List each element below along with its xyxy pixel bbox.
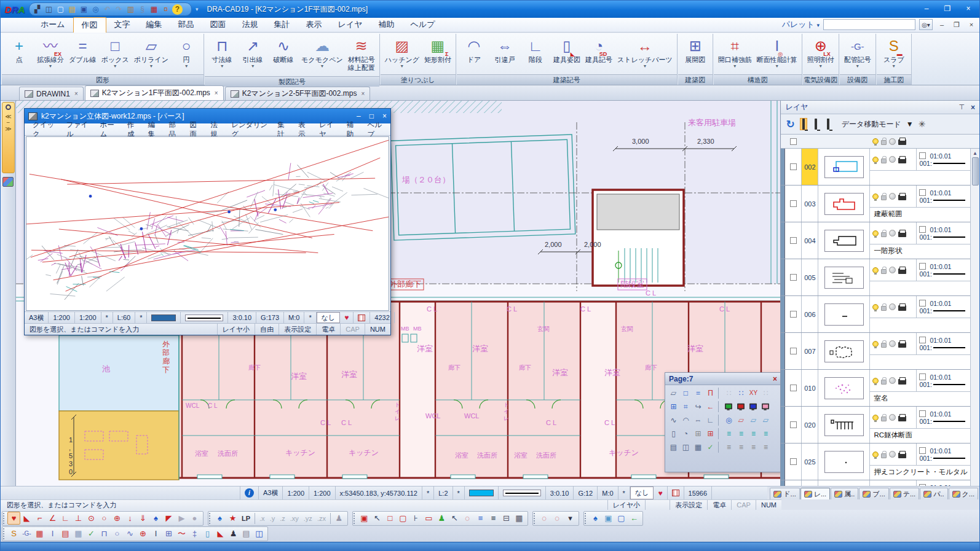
dim2-icon[interactable]: ⊓	[98, 527, 111, 540]
menu-部品[interactable]: 部品	[170, 17, 202, 33]
print-icon[interactable]	[898, 342, 906, 348]
lines-dark-icon[interactable]: ≡	[487, 512, 500, 525]
maximize-button[interactable]: ❐	[939, 2, 956, 15]
globe-icon[interactable]	[889, 340, 896, 347]
palette-tool-icon-4-8[interactable]: ≡	[760, 441, 772, 453]
palette-tool-icon-0-5[interactable]: ∷	[723, 387, 735, 399]
layer-thumbnail[interactable]	[824, 156, 864, 178]
tool-照明割付[interactable]: ⊕LX照明割付▼	[805, 35, 836, 74]
layer-row-025[interactable]: 02501:0.01001:押えコンクリート・モルタル	[781, 444, 979, 480]
layer-thumbnail[interactable]	[824, 230, 864, 252]
scroll-up-icon[interactable]: ▲	[973, 149, 978, 157]
visibility-bulb-icon[interactable]	[872, 157, 879, 163]
visibility-bulb-icon[interactable]	[872, 451, 879, 458]
fw-cmd-自由[interactable]: 自由	[255, 324, 279, 335]
zone-node-icon[interactable]: ♠	[589, 512, 602, 525]
lock-icon[interactable]	[881, 140, 887, 145]
palette-tool-icon-0-3[interactable]: Π	[705, 387, 716, 399]
axis-button-.zx[interactable]: .zx	[315, 515, 328, 522]
cmd-NUM[interactable]: NUM	[756, 500, 781, 510]
layer-checkbox[interactable]	[790, 311, 797, 318]
layer-number[interactable]: 025	[801, 444, 818, 480]
palette-tab-パ..[interactable]: パ..	[920, 488, 947, 499]
select-cursor-icon[interactable]: ↖	[371, 512, 384, 525]
redo-icon[interactable]: ↷	[114, 4, 124, 15]
palette-tool-icon-3-7[interactable]: ≡	[748, 428, 759, 439]
snap-cross-icon[interactable]: ⊕	[111, 512, 124, 525]
refresh-icon[interactable]: ↻	[786, 118, 794, 131]
menu-補助[interactable]: 補助	[371, 17, 403, 33]
fw-cmd-レイヤ小[interactable]: レイヤ小	[217, 324, 255, 335]
palette-tool-icon-1-2[interactable]: ↪	[692, 401, 704, 412]
command-search-button[interactable]: ◎▾	[919, 19, 933, 30]
snap-flag-icon[interactable]: ◤	[162, 512, 175, 525]
lattice-icon[interactable]: ‡	[188, 527, 201, 540]
toolbar-drag-handle[interactable]	[3, 528, 6, 539]
globe-icon[interactable]	[889, 138, 896, 145]
tool-ダブル線[interactable]: =ダブル線	[67, 35, 98, 74]
tool-建具記号[interactable]: ◔SD建具記号	[583, 35, 614, 74]
layer-number[interactable]: 007	[801, 333, 818, 369]
layer-number[interactable]: 002	[801, 149, 818, 185]
perspective-window[interactable]: k2マンション立体図-work12.mps - [パース] –□× クイックファ…	[24, 108, 391, 335]
layer-row-006[interactable]: 00601:0.01001:	[781, 296, 979, 333]
cmd-表示設定[interactable]: 表示設定	[670, 500, 707, 510]
layer-thumbnail[interactable]	[824, 303, 864, 326]
monitor-green-icon[interactable]	[824, 118, 832, 130]
visibility-bulb-icon[interactable]	[872, 267, 879, 273]
lock-icon[interactable]	[881, 453, 887, 458]
fw-cmd-CAP[interactable]: CAP	[340, 324, 365, 335]
ibeam-icon[interactable]: I	[149, 527, 162, 540]
pen-checkbox[interactable]	[919, 373, 926, 380]
zoom-lamp-icon[interactable]: ¤	[160, 4, 171, 15]
tool-ポリライン[interactable]: ▱ポリライン▼	[132, 35, 170, 74]
pen-checkbox[interactable]	[919, 300, 926, 307]
layer-thumbnail[interactable]	[824, 451, 864, 473]
doc-tab[interactable]: K2マンション2-5F平面図-002.mps×	[225, 87, 371, 100]
layer-row-005[interactable]: 00501:0.01001:	[781, 259, 979, 296]
page-palette-titlebar[interactable]: Page:7 ×	[665, 373, 780, 385]
palette-monitor-icon[interactable]	[735, 401, 747, 412]
layer-thumbnail[interactable]	[824, 267, 864, 289]
search-input[interactable]	[823, 19, 915, 30]
palette-tool-icon-4-1[interactable]: ◫	[680, 441, 692, 453]
print-icon[interactable]	[898, 268, 906, 274]
undo-icon[interactable]: ↶	[102, 4, 113, 15]
window-stack-icon[interactable]: ◫	[44, 4, 54, 15]
globe-icon[interactable]	[889, 156, 896, 163]
toggle-2d3d-icon[interactable]: ▞	[32, 4, 42, 15]
slab2-icon[interactable]: S	[7, 527, 20, 540]
select-dash-box-icon[interactable]: ▢	[397, 512, 409, 525]
palette-tool-icon-3-3[interactable]: ⊞	[705, 428, 716, 439]
figure-icon[interactable]: ♟	[333, 512, 346, 525]
palette-tool-icon-3-5[interactable]: ≡	[723, 428, 735, 439]
layer-number[interactable]: 006	[801, 296, 818, 332]
tool-円[interactable]: ○円▼	[172, 35, 201, 74]
print-icon[interactable]	[898, 305, 906, 311]
command-prompt[interactable]: 図形を選択、またはコマンドを入力	[1, 501, 607, 510]
axis-button-.x[interactable]: .x	[257, 515, 267, 522]
layer-checkbox[interactable]	[790, 237, 797, 244]
section-beam-icon[interactable]: I	[46, 527, 59, 540]
wave-icon[interactable]: 〜	[175, 527, 188, 540]
print-icon[interactable]	[898, 416, 906, 421]
menu-作図[interactable]: 作図	[73, 17, 106, 33]
lp-star-icon[interactable]: ★	[226, 512, 239, 525]
info-icon[interactable]: i	[245, 488, 254, 498]
toolbar-drag-handle[interactable]	[585, 513, 587, 524]
palette-tool-icon-4-6[interactable]: ≡	[735, 441, 747, 453]
tool-ボックス[interactable]: □ボックス▼	[100, 35, 131, 74]
visibility-bulb-icon[interactable]	[872, 304, 879, 310]
new-file-icon[interactable]: ▢	[55, 4, 66, 15]
palette-monitor-icon[interactable]	[748, 401, 759, 412]
palette-tool-icon-1-3[interactable]: ←	[705, 401, 716, 412]
globe-icon[interactable]	[889, 230, 896, 236]
grid-gray-icon[interactable]: ▦	[72, 527, 85, 540]
layer-row-004[interactable]: 00401:0.01001:一階形状	[781, 222, 979, 259]
axis-button-.z[interactable]: .z	[277, 515, 288, 522]
zone-image-icon[interactable]: ▣	[602, 512, 615, 525]
tool-開口補強筋[interactable]: ⌗開口補強筋▼	[716, 35, 754, 74]
lock-icon[interactable]	[881, 195, 887, 200]
palette-tab-レ...[interactable]: レ...	[800, 488, 830, 499]
layer-checkbox[interactable]	[790, 421, 797, 428]
